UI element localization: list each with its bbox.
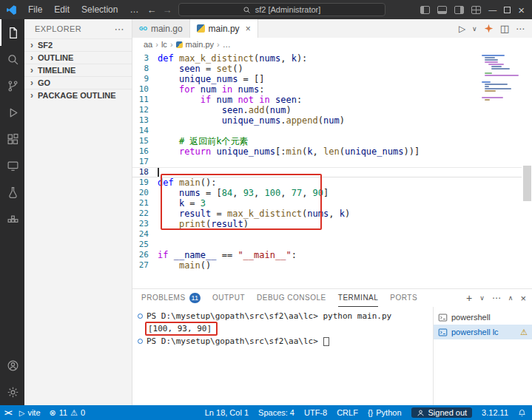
close-tab-icon[interactable]: ×: [246, 24, 251, 34]
code-line[interactable]: 11 if num not in seen:: [132, 95, 532, 105]
code-line[interactable]: 15 # 返回前k个元素: [132, 136, 532, 146]
code-line[interactable]: 20 nums = [84, 93, 100, 77, 90]: [132, 188, 532, 198]
terminal-output[interactable]: PS D:\mysetup\gopath\src\sf2\aa\lc> pyth…: [132, 307, 433, 405]
terminal-list-item-powershell-lc[interactable]: powershell lc ⚠: [434, 325, 532, 339]
line-number[interactable]: 27: [132, 260, 158, 271]
account-icon[interactable]: [0, 352, 24, 379]
code-line[interactable]: 8 seen = set(): [132, 64, 532, 74]
menu-selection[interactable]: Selection: [76, 3, 123, 16]
editor-scrollbar[interactable]: [523, 166, 531, 201]
terminal-profile-dropdown-icon[interactable]: ∨: [479, 294, 485, 302]
line-number[interactable]: 16: [132, 146, 158, 157]
code-line[interactable]: 10 for num in nums:: [132, 84, 532, 95]
code-line[interactable]: 27 main(): [132, 260, 532, 271]
code-line[interactable]: 26if __name__ == "__main__":: [132, 250, 532, 260]
activity-extensions-icon[interactable]: [0, 126, 24, 152]
python-version-item[interactable]: 3.12.11: [482, 408, 508, 417]
line-number[interactable]: 9: [132, 74, 158, 84]
split-editor-icon[interactable]: ◫: [500, 23, 509, 34]
breadcrumb-item[interactable]: lc: [161, 40, 167, 49]
line-number[interactable]: 21: [132, 198, 158, 209]
sidebar-section-outline[interactable]: › OUTLINE: [24, 51, 132, 64]
vite-task-item[interactable]: ▷ vite: [19, 408, 41, 417]
line-number[interactable]: 20: [132, 188, 158, 198]
customize-layout-icon[interactable]: [471, 6, 481, 14]
tab-problems[interactable]: PROBLEMS 11: [141, 289, 201, 307]
breadcrumb-item[interactable]: …: [223, 40, 231, 49]
tab-output[interactable]: OUTPUT: [212, 289, 245, 307]
code-line[interactable]: 24: [132, 229, 532, 240]
search-box[interactable]: sf2 [Administrator]: [178, 3, 385, 16]
line-number[interactable]: 11: [132, 95, 158, 105]
line-number[interactable]: 8: [132, 64, 158, 74]
activity-search-icon[interactable]: [0, 46, 24, 72]
line-number[interactable]: 3: [132, 53, 158, 64]
minimize-button[interactable]: —: [488, 5, 496, 14]
command-decoration-icon[interactable]: [138, 314, 143, 319]
remote-indicator-icon[interactable]: ><: [4, 409, 12, 417]
line-number[interactable]: 25: [132, 240, 158, 250]
breadcrumb-item[interactable]: main.py: [186, 40, 215, 49]
run-file-icon[interactable]: ▷: [459, 24, 465, 34]
sidebar-more-icon[interactable]: ⋯: [115, 24, 124, 35]
cursor-position-item[interactable]: Ln 18, Col 1: [205, 408, 249, 417]
code-line[interactable]: 19def main():: [132, 177, 532, 188]
code-line[interactable]: 25: [132, 240, 532, 250]
panel-more-actions-icon[interactable]: ⋯: [492, 293, 501, 303]
sidebar-section-package-outline[interactable]: › PACKAGE OUTLINE: [24, 89, 132, 101]
activity-containers-icon[interactable]: [0, 206, 24, 232]
activity-explorer-icon[interactable]: [0, 19, 24, 46]
menu-edit[interactable]: Edit: [49, 3, 75, 16]
line-number[interactable]: 17: [132, 157, 158, 167]
toggle-secondary-sidebar-icon[interactable]: [454, 6, 464, 14]
forward-icon[interactable]: →: [163, 4, 172, 16]
eol-item[interactable]: CRLF: [337, 408, 358, 417]
sidebar-section-go[interactable]: › GO: [24, 76, 132, 89]
language-mode-item[interactable]: {} Python: [368, 408, 402, 417]
line-number[interactable]: 14: [132, 126, 158, 136]
close-window-button[interactable]: ×: [518, 4, 525, 16]
toggle-primary-sidebar-icon[interactable]: [420, 6, 430, 14]
line-number[interactable]: 10: [132, 84, 158, 95]
tab-debug-console[interactable]: DEBUG CONSOLE: [257, 289, 326, 307]
line-number[interactable]: 15: [132, 136, 158, 146]
code-editor[interactable]: 3def max_k_distinct(nums, k):8 seen = se…: [132, 51, 532, 288]
line-number[interactable]: 12: [132, 105, 158, 115]
code-runner-icon[interactable]: [484, 24, 494, 33]
close-panel-icon[interactable]: ×: [520, 293, 526, 304]
code-line[interactable]: 17: [132, 157, 532, 167]
line-number[interactable]: 19: [132, 177, 158, 188]
code-line[interactable]: 18: [132, 167, 532, 177]
activity-source-control-icon[interactable]: [0, 72, 24, 99]
sidebar-section-sf2[interactable]: › SF2: [24, 38, 132, 51]
notifications-bell-icon[interactable]: [518, 409, 526, 417]
code-line[interactable]: 16 return unique_nums[:min(k, len(unique…: [132, 146, 532, 157]
code-line[interactable]: 22 result = max_k_distinct(nums, k): [132, 209, 532, 219]
back-icon[interactable]: ←: [147, 4, 157, 16]
activity-remote-explorer-icon[interactable]: [0, 152, 24, 179]
line-number[interactable]: 18: [132, 167, 158, 177]
tab-main-go[interactable]: GO main.go: [132, 19, 190, 38]
new-terminal-icon[interactable]: +: [466, 292, 472, 304]
minimap[interactable]: [482, 55, 520, 101]
line-number[interactable]: 22: [132, 209, 158, 219]
code-line[interactable]: 23 print(result): [132, 219, 532, 229]
line-number[interactable]: 26: [132, 250, 158, 260]
command-decoration-icon[interactable]: [138, 339, 143, 344]
tab-ports[interactable]: PORTS: [390, 289, 417, 307]
code-line[interactable]: 14: [132, 126, 532, 136]
line-number[interactable]: 23: [132, 219, 158, 229]
activity-testing-icon[interactable]: [0, 179, 24, 206]
settings-gear-icon[interactable]: [0, 379, 24, 405]
code-line[interactable]: 9 unique_nums = []: [132, 74, 532, 84]
signed-out-item[interactable]: Signed out: [411, 407, 473, 418]
maximize-button[interactable]: [504, 7, 511, 13]
sidebar-section-timeline[interactable]: › TIMELINE: [24, 64, 132, 76]
run-dropdown-icon[interactable]: ∨: [472, 25, 477, 33]
code-line[interactable]: 21 k = 3: [132, 198, 532, 209]
breadcrumb-item[interactable]: aa: [144, 40, 152, 49]
indentation-item[interactable]: Spaces: 4: [258, 408, 294, 417]
menu-file[interactable]: File: [23, 3, 47, 16]
tab-terminal[interactable]: TERMINAL: [338, 289, 379, 307]
toggle-panel-icon[interactable]: [437, 6, 447, 14]
